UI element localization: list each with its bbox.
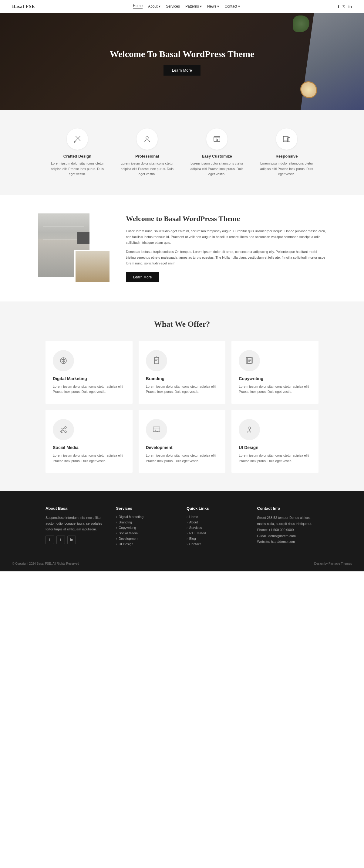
nav-logo[interactable]: Basal FSE [12, 4, 35, 9]
responsive-icon [276, 128, 297, 150]
footer-bottom: © Copyright 2024 Basal FSE. All Rights R… [12, 557, 352, 565]
footer-service-2[interactable]: Branding [116, 520, 178, 524]
footer-service-5[interactable]: Development [116, 537, 178, 540]
features-section: Crafted Design Lorem ipsum dolor sitamco… [0, 110, 364, 195]
footer-copyright: © Copyright 2024 Basal FSE. All Rights R… [12, 562, 79, 565]
hero-cup-decoration [300, 81, 317, 98]
twitter-icon[interactable]: 𝕏 [342, 4, 345, 9]
footer-contact-title: Contact Info [257, 506, 319, 511]
about-learn-more-button[interactable]: Learn More [126, 272, 159, 282]
footer-services-title: Services [116, 506, 178, 511]
footer-link-about[interactable]: About [187, 520, 248, 524]
development-icon [146, 419, 167, 440]
footer-service-3[interactable]: Copywriting [116, 526, 178, 529]
feature-professional-title: Professional [118, 154, 176, 158]
facebook-icon[interactable]: f [338, 4, 339, 9]
nav-about[interactable]: About ▾ [148, 4, 161, 8]
service-branding-desc: Lorem ipsum dolor sitamcons ctetur adipi… [146, 384, 219, 395]
nav-patterns[interactable]: Patterns ▾ [185, 4, 202, 8]
about-para1: Fusce lorem nunc, sollicitudin eget enim… [126, 228, 326, 245]
branding-icon [146, 350, 167, 371]
footer-link-rtl[interactable]: RTL Tested [187, 531, 248, 535]
feature-customize-desc: Lorem ipsum dolor sitamcons ctetur adipi… [188, 161, 246, 177]
footer-link-contact[interactable]: Contact [187, 542, 248, 546]
hero-title: Welcome To Basal WordPress Theme [110, 48, 255, 60]
svg-point-23 [65, 427, 66, 428]
footer-quicklinks-list: Home About Services RTL Tested Blog Cont… [187, 515, 248, 546]
feature-responsive-desc: Lorem ipsum dolor sitamcons ctetur adipi… [258, 161, 316, 177]
service-digital-marketing-name: Digital Marketing [53, 376, 125, 381]
footer-link-blog[interactable]: Blog [187, 537, 248, 540]
feature-crafted-design: Crafted Design Lorem ipsum dolor sitamco… [45, 125, 109, 180]
footer-service-1[interactable]: Digital Marketing [116, 515, 178, 519]
footer-about-title: About Basal [45, 506, 107, 511]
service-branding: Branding Lorem ipsum dolor sitamcons cte… [139, 341, 226, 404]
footer-social: f t in [45, 535, 107, 544]
footer-design-credit: Design by Pinnacle Themes [314, 562, 352, 565]
footer-quicklinks-title: Quick Links [187, 506, 248, 511]
feature-responsive-title: Responsive [258, 154, 316, 158]
footer-service-4[interactable]: Social Media [116, 531, 178, 535]
features-grid: Crafted Design Lorem ipsum dolor sitamco… [45, 125, 319, 180]
service-development-name: Development [146, 445, 219, 450]
footer-service-6[interactable]: UI Design [116, 542, 178, 546]
svg-line-25 [63, 428, 65, 429]
nav-news[interactable]: News ▾ [207, 4, 219, 8]
service-branding-name: Branding [146, 376, 219, 381]
nav-home[interactable]: Home [133, 4, 142, 9]
about-para2: Donec ac lectus a turpis sodales On temp… [126, 249, 326, 266]
hero-learn-more-button[interactable]: Learn More [164, 65, 200, 75]
service-ui-design-desc: Lorem ipsum dolor sitamcons ctetur adipi… [239, 453, 311, 464]
feature-responsive: Responsive Lorem ipsum dolor sitamcons c… [255, 125, 319, 180]
svg-point-22 [61, 429, 63, 431]
nav-contact[interactable]: Contact ▾ [225, 4, 240, 8]
svg-point-3 [146, 136, 148, 139]
service-development-desc: Lorem ipsum dolor sitamcons ctetur adipi… [146, 453, 219, 464]
footer: About Basal Suspendisse interdum, nisi n… [0, 491, 364, 571]
about-images [38, 213, 111, 283]
footer-quicklinks: Quick Links Home About Services RTL Test… [187, 506, 248, 548]
social-media-icon [53, 419, 74, 440]
easy-customize-icon [206, 128, 228, 150]
ui-design-icon [239, 419, 260, 440]
digital-marketing-icon [53, 350, 74, 371]
feature-customize-title: Easy Customize [188, 154, 246, 158]
feature-crafted-title: Crafted Design [48, 154, 106, 158]
about-title: Welcome to Basal WordPress Theme [126, 214, 326, 223]
nav-links: Home About ▾ Services Patterns ▾ News ▾ … [133, 4, 240, 9]
svg-rect-27 [153, 427, 160, 432]
feature-professional: Professional Lorem ipsum dolor sitamcons… [115, 125, 179, 180]
feature-professional-desc: Lorem ipsum dolor sitamcons ctetur adipi… [118, 161, 176, 177]
footer-services: Services Digital Marketing Branding Copy… [116, 506, 178, 548]
service-copywriting: Copywriting Lorem ipsum dolor sitamcons … [231, 341, 319, 404]
footer-twitter-icon[interactable]: t [57, 535, 65, 544]
footer-about-desc: Suspendisse interdum, nisi nec effiitur … [45, 515, 107, 532]
footer-link-home[interactable]: Home [187, 515, 248, 519]
services-title: What We Offer? [12, 320, 352, 329]
footer-services-list: Digital Marketing Branding Copywriting S… [116, 515, 178, 546]
service-social-media-name: Social Media [53, 445, 125, 450]
svg-rect-9 [288, 137, 290, 142]
linkedin-icon[interactable]: in [348, 4, 352, 9]
nav-services[interactable]: Services [166, 4, 180, 8]
footer-contact-email: E-Mail: demo@lorem.com [257, 533, 319, 539]
services-grid: Digital Marketing Lorem ipsum dolor sita… [45, 341, 319, 473]
about-text: Welcome to Basal WordPress Theme Fusce l… [126, 214, 326, 282]
svg-line-0 [74, 136, 80, 142]
about-secondary-image [74, 250, 111, 283]
footer-link-services[interactable]: Services [187, 526, 248, 529]
feature-easy-customize: Easy Customize Lorem ipsum dolor sitamco… [185, 125, 249, 180]
about-dark-square [77, 231, 90, 244]
svg-rect-13 [155, 358, 159, 364]
service-social-media: Social Media Lorem ipsum dolor sitamcons… [45, 410, 133, 473]
service-ui-design-name: UI Design [239, 445, 311, 450]
footer-contact-phone: Phone: +1 500 000 0000 [257, 527, 319, 533]
svg-point-24 [65, 431, 66, 433]
footer-facebook-icon[interactable]: f [45, 535, 54, 544]
crafted-design-icon [67, 128, 88, 150]
footer-grid: About Basal Suspendisse interdum, nisi n… [45, 506, 319, 548]
footer-contact-address: Street 238,52 tempor Donec ultrices matt… [257, 515, 319, 527]
about-section: Welcome to Basal WordPress Theme Fusce l… [0, 195, 364, 302]
footer-linkedin-icon[interactable]: in [67, 535, 76, 544]
service-copywriting-name: Copywriting [239, 376, 311, 381]
